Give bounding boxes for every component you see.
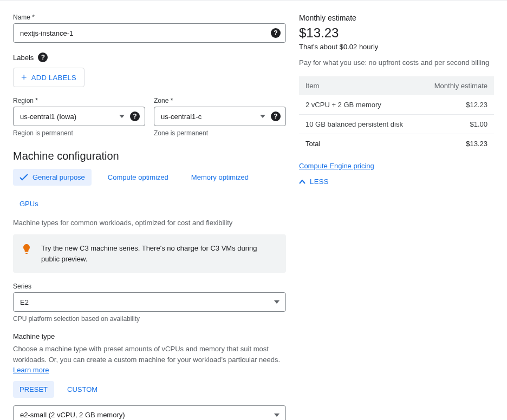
help-icon[interactable]: ? [271,28,281,38]
lightbulb-icon [23,244,30,256]
zone-label: Zone * [154,97,286,104]
tab-gpus[interactable]: GPUs [13,195,45,212]
machine-type-select[interactable]: e2-small (2 vCPU, 2 GB memory) [13,405,286,421]
cell-cost: $12.23 [421,95,494,115]
series-helper: CPU platform selection based on availabi… [13,315,286,323]
help-icon[interactable]: ? [38,52,48,62]
cell-item: 10 GB balanced persistent disk [299,115,421,134]
machine-category-desc: Machine types for common workloads, opti… [13,219,286,227]
estimate-table: Item Monthly estimate 2 vCPU + 2 GB memo… [299,76,494,153]
series-label: Series [13,283,286,290]
region-value: us-central1 (Iowa) [20,113,76,121]
check-icon [20,174,28,181]
help-icon[interactable]: ? [271,111,281,121]
sub-tab-preset[interactable]: PRESET [13,381,54,398]
machine-type-desc: Choose a machine type with preset amount… [13,344,286,376]
cell-total-label: Total [299,134,421,154]
machine-type-value: e2-small (2 vCPU, 2 GB memory) [20,411,125,419]
table-row: 10 GB balanced persistent disk $1.00 [299,115,494,134]
tab-compute-optimized[interactable]: Compute optimized [101,169,175,186]
help-icon[interactable]: ? [130,111,140,121]
tip-banner: Try the new C3 machine series. There's n… [13,234,286,273]
cell-cost: $1.00 [421,115,494,134]
zone-value: us-central1-c [161,113,202,121]
chevron-down-icon [119,115,125,118]
machine-category-tabs: General purpose Compute optimized Memory… [13,169,286,212]
pricing-link[interactable]: Compute Engine pricing [299,162,374,170]
region-helper: Region is permanent [13,129,145,137]
less-toggle[interactable]: LESS [299,178,494,186]
estimate-note: Pay for what you use: no upfront costs a… [299,58,494,67]
zone-select[interactable]: us-central1-c ? [154,107,286,126]
table-row-total: Total $13.23 [299,134,494,154]
machine-type-label: Machine type [13,332,286,340]
table-header-cost: Monthly estimate [421,76,494,95]
tab-memory-optimized[interactable]: Memory optimized [185,169,255,186]
estimate-hourly: That's about $0.02 hourly [299,43,494,51]
tip-text: Try the new C3 machine series. There's n… [41,243,276,264]
plus-icon: + [21,73,27,82]
table-header-item: Item [299,76,421,95]
learn-more-link[interactable]: Learn more [13,366,49,374]
table-row: 2 vCPU + 2 GB memory $12.23 [299,95,494,115]
series-select[interactable]: E2 [13,292,286,312]
region-select[interactable]: us-central1 (Iowa) ? [13,107,145,126]
cell-total-cost: $13.23 [421,134,494,154]
tab-general-purpose[interactable]: General purpose [13,169,92,186]
name-label: Name * [13,14,286,21]
machine-type-sub-tabs: PRESET CUSTOM [13,381,286,398]
add-labels-button[interactable]: + ADD LABELS [13,68,84,87]
labels-heading: Labels [13,54,34,62]
chevron-up-icon [299,178,306,186]
estimate-price: $13.23 [299,25,494,41]
cell-item: 2 vCPU + 2 GB memory [299,95,421,115]
name-input[interactable] [13,23,286,43]
sub-tab-custom[interactable]: CUSTOM [61,381,104,398]
machine-config-title: Machine configuration [13,150,286,162]
region-label: Region * [13,97,145,104]
series-value: E2 [20,298,29,306]
less-label: LESS [310,178,329,186]
estimate-title: Monthly estimate [299,14,494,22]
chevron-down-icon [274,300,280,304]
zone-helper: Zone is permanent [154,129,286,137]
chevron-down-icon [274,414,280,417]
tab-label: General purpose [32,173,85,181]
add-labels-label: ADD LABELS [31,74,76,82]
chevron-down-icon [260,115,265,118]
